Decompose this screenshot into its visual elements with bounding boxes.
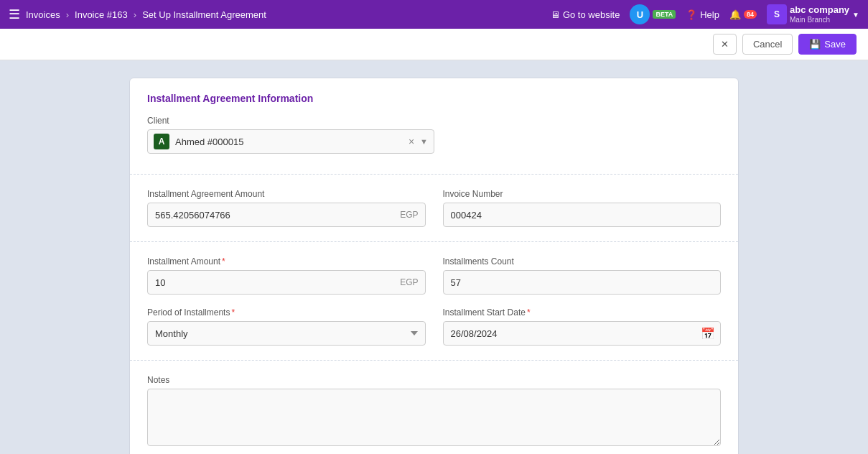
start-date-wrapper: 📅 — [443, 321, 722, 346]
cancel-x-button[interactable]: ✕ — [713, 34, 737, 55]
breadcrumb-setup: Set Up Installment Agreement — [142, 9, 266, 20]
installment-amount-col: Installment Amount* EGP — [147, 256, 426, 295]
company-selector[interactable]: S abc company Main Branch ▼ — [767, 4, 859, 24]
period-select[interactable]: Monthly Weekly Daily — [147, 321, 426, 346]
beta-badge: BETA — [653, 10, 676, 19]
installments-count-input[interactable] — [443, 270, 722, 295]
chevron-down-icon[interactable]: ▼ — [420, 137, 428, 146]
breadcrumb-sep-2: › — [134, 9, 136, 20]
bell-icon: 🔔 — [729, 9, 741, 20]
installment-currency-suffix: EGP — [400, 277, 418, 287]
action-bar: ✕ Cancel 💾 Save — [0, 29, 868, 60]
user-avatar: U — [630, 4, 650, 24]
agreement-amount-label: Installment Agreement Amount — [147, 189, 426, 199]
agreement-amount-col: Installment Agreement Amount EGP — [147, 189, 426, 227]
user-avatar-nav[interactable]: U BETA — [630, 4, 676, 24]
x-icon: ✕ — [721, 39, 729, 50]
client-label: Client — [147, 116, 721, 126]
breadcrumb-invoices[interactable]: Invoices — [26, 9, 60, 20]
client-select[interactable]: A Ahmed #000015 × ▼ — [147, 129, 434, 154]
invoice-number-col: Invoice Number — [443, 189, 722, 227]
invoice-number-input[interactable] — [443, 203, 722, 227]
installment-amount-wrapper: EGP — [147, 270, 426, 295]
website-icon: 🖥 — [551, 9, 560, 20]
breadcrumb-sep-1: › — [66, 9, 69, 20]
invoice-number-label: Invoice Number — [443, 189, 722, 199]
client-name: Ahmed #000015 — [175, 136, 403, 147]
top-navigation: ☰ Invoices › Invoice #163 › Set Up Insta… — [0, 0, 868, 29]
company-name: abc company Main Branch — [790, 4, 849, 24]
main-content: Installment Agreement Information Client… — [0, 60, 868, 454]
notes-label: Notes — [147, 375, 721, 385]
installment-amount-input[interactable] — [147, 270, 426, 295]
installments-count-label: Installments Count — [443, 256, 722, 267]
agreement-info-section: Installment Agreement Information Client… — [130, 78, 738, 175]
notification-count: 84 — [744, 10, 757, 19]
form-card: Installment Agreement Information Client… — [129, 78, 739, 454]
cancel-button[interactable]: Cancel — [742, 34, 793, 55]
period-label: Period of Installments* — [147, 307, 426, 318]
save-button[interactable]: 💾 Save — [798, 34, 857, 55]
save-icon: 💾 — [809, 39, 821, 50]
start-date-input[interactable] — [443, 321, 722, 346]
go-to-website-button[interactable]: 🖥 Go to website — [551, 9, 620, 20]
company-logo: S — [767, 4, 787, 24]
chevron-down-icon: ▼ — [852, 11, 859, 19]
help-button[interactable]: ❓ Help — [686, 9, 719, 20]
agreement-currency-suffix: EGP — [400, 210, 418, 220]
installment-details-section: Installment Amount* EGP Installments Cou… — [130, 242, 738, 361]
installment-amount-label: Installment Amount* — [147, 256, 426, 267]
start-date-label: Installment Start Date* — [443, 307, 722, 318]
client-avatar: A — [154, 134, 169, 149]
notes-textarea[interactable] — [147, 389, 721, 446]
client-clear-icon[interactable]: × — [409, 136, 414, 147]
agreement-amount-wrapper: EGP — [147, 203, 426, 227]
installments-count-col: Installments Count — [443, 256, 722, 295]
amounts-section: Installment Agreement Amount EGP Invoice… — [130, 175, 738, 242]
agreement-amount-input[interactable] — [147, 203, 426, 227]
breadcrumb-invoice163[interactable]: Invoice #163 — [75, 9, 128, 20]
notes-section: Notes — [130, 361, 738, 454]
menu-icon[interactable]: ☰ — [9, 6, 20, 22]
start-date-col: Installment Start Date* 📅 — [443, 307, 722, 346]
section-title: Installment Agreement Information — [147, 93, 721, 104]
notifications-button[interactable]: 🔔 84 — [729, 9, 757, 20]
period-col: Period of Installments* Monthly Weekly D… — [147, 307, 426, 346]
calendar-icon[interactable]: 📅 — [701, 327, 715, 340]
help-icon: ❓ — [686, 9, 697, 20]
